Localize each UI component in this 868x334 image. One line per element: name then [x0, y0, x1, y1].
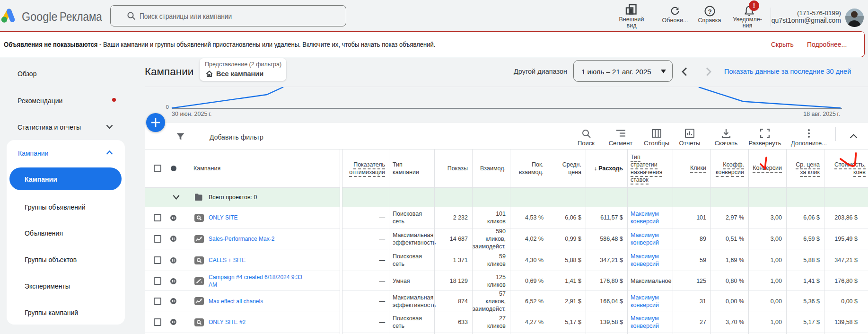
svg-text:?: ?: [708, 8, 711, 15]
